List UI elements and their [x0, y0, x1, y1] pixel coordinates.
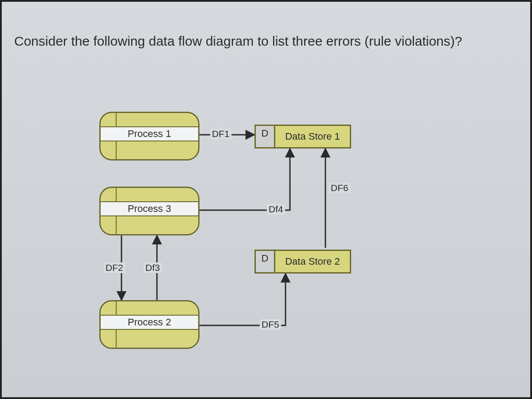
- data-store-1-label: Data Store 1: [275, 126, 350, 147]
- diagram-canvas: Process 1 Process 3 Process 2 D Data Sto…: [2, 2, 530, 397]
- flow-label-df6: DF6: [329, 183, 350, 193]
- flow-label-df4: Df4: [267, 204, 285, 215]
- process-1: Process 1: [99, 112, 200, 160]
- flow-label-df3: Df3: [144, 262, 162, 273]
- data-store-2: D Data Store 2: [254, 250, 351, 274]
- connectors-layer: [2, 2, 532, 399]
- flow-label-df5: DF5: [260, 319, 281, 330]
- flow-label-df1: DF1: [210, 129, 231, 139]
- process-1-label: Process 1: [101, 126, 198, 141]
- process-3-label: Process 3: [101, 201, 198, 216]
- data-store-1: D Data Store 1: [254, 125, 351, 149]
- process-2: Process 2: [99, 300, 200, 349]
- page-frame: Consider the following data flow diagram…: [0, 0, 532, 399]
- process-3: Process 3: [99, 187, 200, 235]
- flow-label-df2: DF2: [104, 262, 125, 273]
- data-store-2-label: Data Store 2: [275, 251, 350, 272]
- process-2-label: Process 2: [101, 315, 198, 330]
- data-store-2-stub: D: [256, 251, 275, 272]
- data-store-1-stub: D: [256, 126, 275, 147]
